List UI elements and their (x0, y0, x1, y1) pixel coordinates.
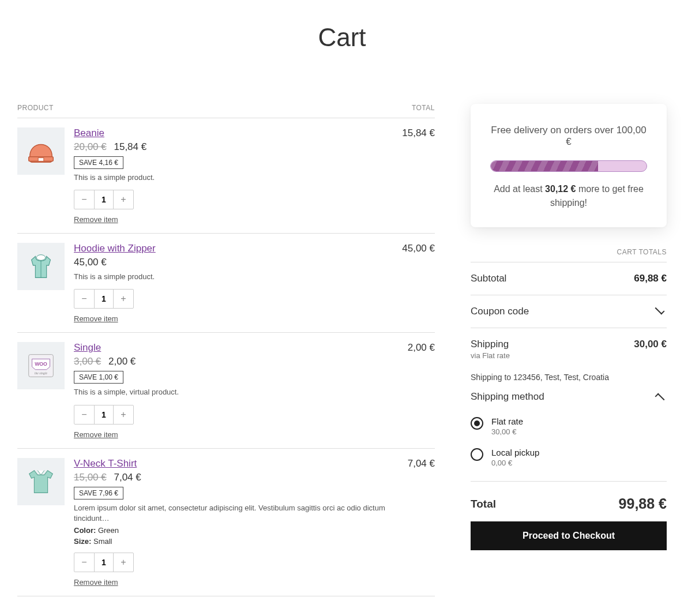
option-price: 30,00 € (491, 427, 523, 436)
product-description: This is a simple, virtual product. (74, 387, 385, 397)
old-price: 3,00 € (74, 356, 101, 367)
progress-bar (490, 160, 647, 172)
svg-text:WOO: WOO (35, 361, 47, 367)
shipping-via: via Flat rate (471, 351, 667, 360)
line-total: 45,00 € (394, 243, 435, 323)
cart-items-panel: PRODUCT TOTAL Beanie 20,00 € 15,84 € SAV… (17, 104, 435, 596)
product-thumbnail[interactable]: WOOthe single (17, 342, 65, 389)
promo-title: Free delivery on orders over 100,00 € (490, 125, 647, 148)
current-price: 15,84 € (114, 141, 146, 152)
chevron-down-icon (655, 305, 665, 315)
coupon-label: Coupon code (471, 306, 529, 317)
product-name-link[interactable]: V-Neck T-Shirt (74, 458, 137, 469)
remove-item-link[interactable]: Remove item (74, 215, 385, 224)
shipping-label: Shipping (471, 339, 509, 350)
qty-increase-button[interactable]: + (114, 553, 133, 572)
radio-checked-icon (471, 417, 483, 430)
remove-item-link[interactable]: Remove item (74, 578, 385, 587)
shipping-option-local-pickup[interactable]: Local pickup 0,00 € (471, 442, 667, 473)
qty-input[interactable] (94, 190, 114, 209)
product-description: This is a simple product. (74, 172, 385, 183)
shipping-option-flat-rate[interactable]: Flat rate 30,00 € (471, 411, 667, 442)
remove-item-link[interactable]: Remove item (74, 430, 385, 439)
total-value: 99,88 € (619, 495, 667, 512)
option-name: Flat rate (491, 416, 523, 426)
line-total: 15,84 € (394, 127, 435, 224)
chevron-up-icon (655, 393, 665, 403)
qty-input[interactable] (94, 290, 114, 308)
product-description: Lorem ipsum dolor sit amet, consectetur … (74, 503, 385, 524)
variant-size: Size: Small (74, 537, 385, 546)
checkout-button[interactable]: Proceed to Checkout (471, 521, 667, 550)
qty-decrease-button[interactable]: − (74, 553, 94, 572)
qty-decrease-button[interactable]: − (74, 290, 94, 308)
product-thumbnail[interactable] (17, 127, 65, 175)
cart-item: WOOthe single Single 3,00 € 2,00 € SAVE … (17, 333, 435, 448)
current-price: 45,00 € (74, 257, 107, 268)
totals-header: CART TOTALS (471, 248, 667, 262)
coupon-toggle[interactable]: Coupon code (471, 295, 667, 328)
hoodie-icon (24, 250, 58, 283)
svg-text:the single: the single (35, 372, 48, 375)
product-thumbnail[interactable] (17, 458, 65, 505)
line-total: 2,00 € (394, 342, 435, 438)
svg-rect-1 (38, 158, 44, 161)
product-name-link[interactable]: Hoodie with Zipper (74, 243, 156, 254)
cart-totals-panel: Free delivery on orders over 100,00 € Ad… (471, 104, 667, 596)
beanie-icon (24, 134, 58, 168)
radio-unchecked-icon (471, 448, 483, 461)
cart-item: V-Neck T-Shirt 15,00 € 7,04 € SAVE 7,96 … (17, 449, 435, 596)
progress-fill (491, 161, 598, 171)
subtotal-label: Subtotal (471, 273, 506, 284)
current-price: 2,00 € (108, 356, 136, 367)
shipping-method-toggle[interactable]: Shipping method (471, 391, 667, 403)
subtotal-value: 69,88 € (634, 273, 667, 284)
qty-input[interactable] (94, 405, 114, 424)
qty-increase-button[interactable]: + (114, 405, 133, 424)
free-shipping-promo: Free delivery on orders over 100,00 € Ad… (471, 104, 667, 227)
product-name-link[interactable]: Beanie (74, 127, 104, 138)
product-thumbnail[interactable] (17, 243, 65, 290)
product-description: This is a simple product. (74, 272, 385, 282)
qty-increase-button[interactable]: + (114, 190, 133, 209)
qty-decrease-button[interactable]: − (74, 405, 94, 424)
cart-item: Beanie 20,00 € 15,84 € SAVE 4,16 € This … (17, 118, 435, 234)
shipping-destination: Shipping to 123456, Test, Test, Croatia (471, 373, 667, 382)
save-badge: SAVE 1,00 € (74, 371, 123, 384)
old-price: 20,00 € (74, 141, 107, 152)
qty-input[interactable] (94, 553, 114, 572)
qty-increase-button[interactable]: + (114, 290, 133, 308)
save-badge: SAVE 4,16 € (74, 156, 123, 169)
current-price: 7,04 € (114, 472, 141, 483)
total-label: Total (471, 498, 496, 510)
shipping-method-label: Shipping method (471, 391, 544, 403)
col-product: PRODUCT (17, 104, 54, 112)
col-total: TOTAL (412, 104, 435, 112)
remove-item-link[interactable]: Remove item (74, 314, 385, 323)
option-name: Local pickup (491, 448, 539, 457)
tshirt-icon (24, 465, 58, 498)
album-icon: WOOthe single (24, 349, 58, 382)
variant-color: Color: Green (74, 526, 385, 535)
save-badge: SAVE 7,96 € (74, 487, 123, 499)
product-name-link[interactable]: Single (74, 342, 101, 353)
cart-item: Hoodie with Zipper 45,00 € This is a sim… (17, 234, 435, 333)
shipping-value: 30,00 € (634, 339, 667, 350)
line-total: 7,04 € (394, 458, 435, 587)
svg-point-3 (36, 255, 45, 261)
qty-decrease-button[interactable]: − (74, 190, 94, 209)
option-price: 0,00 € (491, 459, 539, 467)
old-price: 15,00 € (74, 472, 107, 483)
page-title: Cart (17, 23, 667, 52)
promo-message: Add at least 30,12 € more to get free sh… (490, 182, 647, 210)
